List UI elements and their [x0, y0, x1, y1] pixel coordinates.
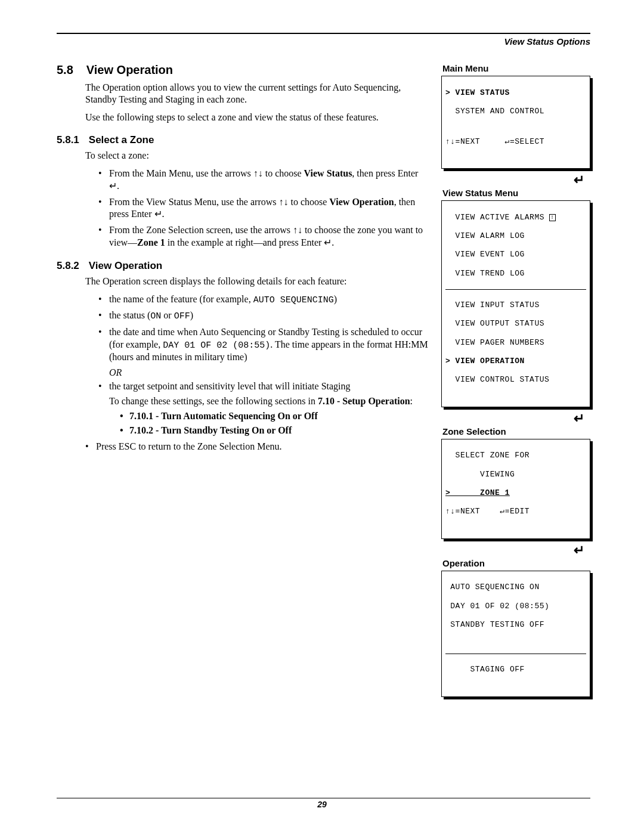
screen-line: > VIEW OPERATION [445, 357, 586, 366]
zone-selection-screen: SELECT ZONE FOR VIEWING > ZONE 1 ↑↓=NEXT… [441, 439, 590, 539]
list-item: From the Zone Selection screen, use the … [98, 224, 428, 249]
list-item: the target setpoint and sensitivity leve… [98, 380, 428, 437]
list-item: From the Main Menu, use the arrows ↑↓ to… [98, 168, 428, 193]
subsection-title: View Operation [89, 260, 162, 272]
subsection-number: 5.8.1 [57, 134, 79, 146]
text: To change these settings, see the follow… [109, 396, 318, 406]
content-columns: 5.8 View Operation The Operation option … [57, 63, 590, 702]
text: ) [334, 294, 337, 304]
text: ) [190, 310, 193, 320]
text-bold: 7.10 - Setup Operation [318, 396, 410, 406]
select-zone-steps: From the Main Menu, use the arrows ↑↓ to… [98, 168, 428, 249]
text-bold: Zone 1 [137, 237, 165, 247]
list-item: the status (ON or OFF) [98, 309, 428, 323]
view-op-details-2: the target setpoint and sensitivity leve… [98, 380, 428, 437]
screen-line: VIEW EVENT LOG [445, 250, 586, 259]
screen-line: AUTO SEQUENCING ON [445, 583, 586, 592]
section-heading: 5.8 View Operation [57, 63, 428, 77]
list-item: From the View Status Menu, use the arrow… [98, 196, 428, 221]
screen-nav: ↑↓=NEXT ↵=EDIT [445, 507, 586, 516]
text: From the Main Menu, use the arrows ↑↓ to… [109, 168, 304, 178]
or-separator: OR [109, 367, 428, 378]
list-item: the date and time when Auto Sequencing o… [98, 326, 428, 364]
list-item: the name of the feature (for example, AU… [98, 293, 428, 306]
screen-line: SELECT ZONE FOR [445, 451, 586, 460]
screen-line: STAGING OFF [445, 665, 586, 674]
text: in the example at right—and press Enter … [165, 237, 335, 247]
screen-nav: ↑↓=NEXT ↵=SELECT [445, 137, 586, 147]
scroll-icon: ↕ [549, 214, 556, 221]
text-mono: AUTO SEQUENCING [253, 295, 334, 305]
text: : [410, 396, 413, 406]
screen-line: > ZONE 1 [445, 488, 586, 498]
screen-line: VIEWING [445, 470, 586, 479]
list-item: 7.10.1 - Turn Automatic Sequencing On or… [120, 410, 428, 423]
divider [445, 654, 586, 654]
subsection-heading: 5.8.1 Select a Zone [57, 134, 428, 146]
screen-line: STANDBY TESTING OFF [445, 620, 586, 630]
text-bold: View Status [304, 168, 352, 178]
view-op-details: the name of the feature (for example, AU… [98, 293, 428, 364]
esc-note: Press ESC to return to the Zone Selectio… [85, 441, 428, 453]
screen-line: VIEW OUTPUT STATUS [445, 319, 586, 329]
screen-line: VIEW ALARM LOG [445, 231, 586, 241]
enter-icon: ↵ [441, 174, 584, 187]
text: or [161, 310, 174, 320]
text-mono: DAY 01 OF 02 (08:55) [163, 340, 270, 351]
screen-title: Zone Selection [442, 426, 590, 436]
section-title: View Operation [86, 63, 173, 77]
setup-links: 7.10.1 - Turn Automatic Sequencing On or… [120, 410, 428, 436]
page-number: 29 [0, 800, 644, 809]
screen-line: VIEW INPUT STATUS [445, 301, 586, 310]
running-head: View Status Options [57, 36, 590, 47]
screen-line: VIEW PAGER NUMBERS [445, 338, 586, 348]
text: From the View Status Menu, use the arrow… [109, 197, 329, 207]
operation-screen: AUTO SEQUENCING ON DAY 01 OF 02 (08:55) … [441, 571, 590, 697]
divider [445, 289, 586, 290]
screen-line: SYSTEM AND CONTROL [445, 107, 586, 116]
list-item: 7.10.2 - Turn Standby Testing On or Off [120, 424, 428, 437]
top-rule [57, 33, 590, 34]
screen-line: VIEW CONTROL STATUS [445, 375, 586, 385]
main-menu-screen: > VIEW STATUS SYSTEM AND CONTROL ↑↓=NEXT… [441, 76, 590, 169]
subsection-heading: 5.8.2 View Operation [57, 260, 428, 272]
view-op-lead: The Operation screen displays the follow… [85, 275, 428, 287]
screen-line: > VIEW STATUS [445, 88, 586, 98]
footer-rule [57, 798, 590, 798]
select-zone-lead: To select a zone: [85, 150, 428, 162]
screens-column: Main Menu > VIEW STATUS SYSTEM AND CONTR… [441, 63, 590, 702]
screen-title: Main Menu [442, 63, 590, 73]
text-mono: ON [150, 311, 161, 321]
text: the name of the feature (for example, [109, 294, 253, 304]
screen-line: VIEW ACTIVE ALARMS ↕ [445, 213, 586, 222]
screen-line: VIEW TREND LOG [445, 269, 586, 278]
screen-line: DAY 01 OF 02 (08:55) [445, 602, 586, 611]
intro-para-2: Use the following steps to select a zone… [85, 112, 428, 123]
text-mono: OFF [174, 311, 190, 321]
page: View Status Options 5.8 View Operation T… [0, 0, 644, 833]
enter-icon: ↵ [441, 544, 584, 557]
change-note: To change these settings, see the follow… [109, 395, 428, 408]
view-status-screen: VIEW ACTIVE ALARMS ↕ VIEW ALARM LOG VIEW… [441, 200, 590, 407]
screen-title: Operation [442, 558, 590, 568]
list-item: Press ESC to return to the Zone Selectio… [85, 441, 428, 453]
text: the target setpoint and sensitivity leve… [109, 381, 351, 391]
subsection-number: 5.8.2 [57, 260, 79, 272]
subsection-title: Select a Zone [89, 134, 154, 146]
text-bold: View Operation [329, 197, 394, 207]
screen-title: View Status Menu [442, 188, 590, 198]
enter-icon: ↵ [441, 412, 584, 425]
body-column: 5.8 View Operation The Operation option … [57, 63, 428, 456]
section-number: 5.8 [57, 63, 73, 77]
text: the status ( [109, 310, 150, 320]
intro-para-1: The Operation option allows you to view … [85, 82, 428, 106]
